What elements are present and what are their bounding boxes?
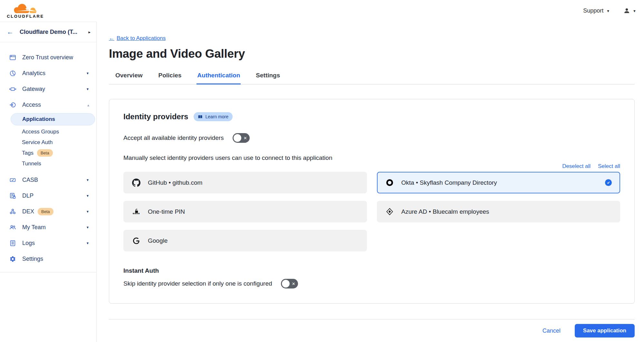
user-menu[interactable]: ▼ <box>623 7 636 14</box>
toggle-knob <box>282 280 290 288</box>
selected-check-icon <box>605 179 612 186</box>
back-to-applications-link[interactable]: ← Back to Applications <box>109 35 166 42</box>
sidebar-item-logs[interactable]: Logs ▼ <box>0 235 96 251</box>
casb-icon <box>9 177 16 183</box>
sidebar-item-access-groups[interactable]: Access Groups <box>0 126 96 137</box>
access-icon <box>9 102 16 108</box>
caret-down-icon: ▼ <box>633 9 636 13</box>
caret-up-icon: ▴ <box>87 103 89 107</box>
sidebar-item-label: Access <box>22 102 87 108</box>
provider-tile-github[interactable]: GitHub • github.com <box>123 172 367 193</box>
beta-badge: Beta <box>38 208 53 215</box>
sidebar-item-casb[interactable]: CASB ▼ <box>0 172 96 188</box>
sidebar-item-my-team[interactable]: My Team ▼ <box>0 220 96 235</box>
cancel-button[interactable]: Cancel <box>543 327 561 334</box>
caret-down-icon: ▼ <box>86 87 89 91</box>
toggle-knob <box>234 134 241 142</box>
sidebar-item-label: Tunnels <box>22 158 41 169</box>
provider-tile-one-time-pin[interactable]: **** One-time PIN <box>123 201 367 222</box>
instant-auth-toggle[interactable]: ✕ <box>281 279 298 288</box>
sidebar-item-text: DEX <box>22 208 34 215</box>
action-footer: Cancel Save application <box>109 319 635 337</box>
toggle-off-x-icon: ✕ <box>244 136 247 140</box>
dlp-icon <box>9 192 16 199</box>
provider-tile-okta[interactable]: Okta • Skyflash Company Directory <box>377 172 620 193</box>
main-content: ← Back to Applications Image and Video G… <box>97 22 644 342</box>
sidebar-item-tunnels[interactable]: Tunnels <box>0 158 96 169</box>
tab-overview[interactable]: Overview <box>115 69 143 84</box>
accept-all-row: Accept all available identity providers … <box>123 133 620 143</box>
zero-trust-dashboard: CLOUDFLARE Support ▼ ▼ ← Cloudflare Demo… <box>0 0 644 342</box>
toggle-off-x-icon: ✕ <box>292 282 295 286</box>
sidebar-item-label: CASB <box>22 177 86 183</box>
manual-select-text: Manually select identity providers users… <box>123 154 620 161</box>
selection-links: Deselect all Select all <box>123 163 620 170</box>
sidebar-item-label: Settings <box>22 256 89 262</box>
beta-badge: Beta <box>37 149 53 157</box>
instant-auth-row: Skip identity provider selection if only… <box>123 279 620 288</box>
sidebar-item-access[interactable]: Access ▴ <box>0 97 96 113</box>
caret-down-icon: ▼ <box>86 178 89 182</box>
identity-providers-card: Identity providers Learn more Accept all… <box>109 99 635 304</box>
tab-policies[interactable]: Policies <box>158 69 182 84</box>
sidebar-item-label: DEX Beta <box>22 208 86 215</box>
overview-icon <box>9 54 16 61</box>
learn-more-label: Learn more <box>205 114 228 119</box>
caret-down-icon: ▼ <box>86 226 89 229</box>
cloudflare-cloud-icon <box>11 3 40 14</box>
account-name[interactable]: Cloudflare Demo (T... <box>20 29 88 35</box>
sidebar-item-label: My Team <box>22 224 86 231</box>
provider-label: Google <box>148 237 168 244</box>
provider-tile-azure-ad[interactable]: Azure AD • Bluecalm employees <box>377 201 620 222</box>
tab-bar: Overview Policies Authentication Setting… <box>109 69 635 84</box>
skip-selection-label: Skip identity provider selection if only… <box>123 280 272 287</box>
azure-ad-icon <box>385 208 394 216</box>
caret-down-icon: ▼ <box>86 194 89 198</box>
sidebar-item-label: Analytics <box>22 70 86 77</box>
sidebar-item-service-auth[interactable]: Service Auth <box>0 137 96 148</box>
sidebar-nav: Zero Trust overview Analytics ▼ Gateway <box>0 42 96 272</box>
accept-all-toggle[interactable]: ✕ <box>233 133 250 143</box>
tab-settings[interactable]: Settings <box>255 69 281 84</box>
instant-auth-heading: Instant Auth <box>123 267 620 274</box>
deselect-all-link[interactable]: Deselect all <box>562 163 591 170</box>
one-time-pin-icon: **** <box>132 208 141 215</box>
provider-label: GitHub • github.com <box>148 179 202 186</box>
sidebar-item-label: Zero Trust overview <box>22 54 89 61</box>
back-arrow-icon[interactable]: ← <box>7 28 14 36</box>
page-title: Image and Video Gallery <box>109 47 635 61</box>
sidebar-account-header: ← Cloudflare Demo (T... ▸ <box>0 22 96 42</box>
chevron-right-icon[interactable]: ▸ <box>88 30 91 34</box>
learn-more-badge[interactable]: Learn more <box>194 112 233 121</box>
accept-all-label: Accept all available identity providers <box>123 134 224 142</box>
provider-tile-google[interactable]: Google <box>123 230 367 251</box>
google-icon <box>132 237 141 245</box>
brand-wordmark: CLOUDFLARE <box>7 14 44 19</box>
caret-down-icon: ▼ <box>606 9 610 13</box>
back-link-label: Back to Applications <box>117 35 166 42</box>
sidebar-item-dex[interactable]: DEX Beta ▼ <box>0 204 96 220</box>
sidebar-item-tags[interactable]: Tags Beta <box>0 148 96 158</box>
sidebar-item-label: Applications <box>22 113 55 125</box>
sidebar-item-gateway[interactable]: Gateway ▼ <box>0 81 96 97</box>
sidebar: ← Cloudflare Demo (T... ▸ Zero Trust ove… <box>0 22 97 342</box>
select-all-link[interactable]: Select all <box>598 163 620 170</box>
sidebar-item-analytics[interactable]: Analytics ▼ <box>0 65 96 81</box>
sidebar-item-applications[interactable]: Applications <box>11 113 95 125</box>
tab-authentication[interactable]: Authentication <box>197 69 241 84</box>
sidebar-item-dlp[interactable]: DLP ▼ <box>0 188 96 204</box>
caret-down-icon: ▼ <box>86 72 89 75</box>
provider-grid: GitHub • github.com Okta • Skyflash Comp… <box>123 172 620 251</box>
access-sub-list: Applications Access Groups Service Auth … <box>0 113 96 169</box>
save-application-button[interactable]: Save application <box>575 324 635 337</box>
support-menu[interactable]: Support ▼ <box>583 7 610 14</box>
sidebar-item-label: DLP <box>22 192 86 199</box>
okta-icon <box>385 179 394 186</box>
provider-label: One-time PIN <box>148 208 185 215</box>
back-arrow-icon: ← <box>109 35 114 42</box>
sidebar-item-settings[interactable]: Settings <box>0 251 96 267</box>
sidebar-item-zero-trust-overview[interactable]: Zero Trust overview <box>0 50 96 65</box>
topbar-right: Support ▼ ▼ <box>583 7 636 14</box>
sidebar-item-label: Tags <box>22 148 34 158</box>
cloudflare-logo[interactable]: CLOUDFLARE <box>5 3 46 19</box>
